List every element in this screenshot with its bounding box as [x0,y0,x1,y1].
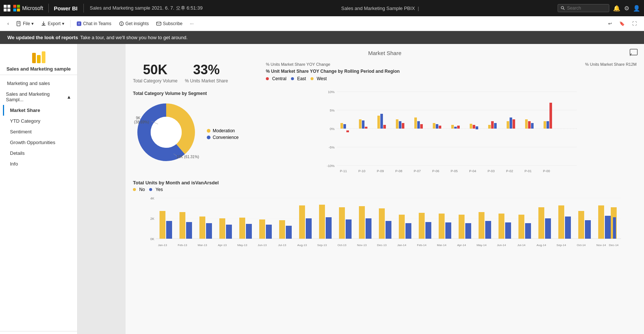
svg-text:5%: 5% [330,109,335,112]
svg-text:Sep-14: Sep-14 [556,243,566,247]
sidebar-item-ytd[interactable]: YTD Category [3,116,77,126]
svg-rect-110 [339,207,345,239]
notification-icon[interactable]: 🔔 [613,5,620,12]
svg-rect-120 [439,214,445,239]
sidebar-item-growth[interactable]: Growth Opportunities [3,137,77,148]
svg-text:15K (61.31%): 15K (61.31%) [177,155,199,159]
back-button[interactable]: ‹ [4,20,12,28]
sidebar-group-sales[interactable]: Sales and Marketing Sampl... ▲ [0,89,77,105]
legend-convenience: Convenience [207,135,239,140]
sidebar-item-details[interactable]: Details [3,148,77,159]
bookmark-button[interactable]: 🔖 [616,20,628,28]
svg-rect-132 [558,205,564,239]
undo-button[interactable]: ↩ [605,20,615,28]
chat-button[interactable]: T Chat in Teams [73,20,114,28]
svg-rect-66 [510,117,512,129]
svg-rect-52 [420,124,423,129]
svg-text:Jul-13: Jul-13 [278,243,286,247]
svg-rect-97 [206,223,212,239]
svg-text:-10%: -10% [327,164,335,168]
svg-text:P-01: P-01 [524,169,531,173]
svg-text:P-09: P-09 [377,169,384,173]
app-icon [31,50,47,66]
sidebar-item-info[interactable]: Info [3,159,77,169]
kpi-total-volume: 50K Total Category Volume [133,62,178,84]
svg-rect-71 [544,121,546,129]
svg-rect-114 [379,208,385,239]
svg-text:P-06: P-06 [432,169,439,173]
legend-west: West [311,76,327,81]
sidebar-nav: Marketing and sales Sales and Marketing … [0,75,77,172]
svg-rect-135 [585,220,591,239]
profile-icon[interactable]: 👤 [633,5,640,12]
search-input[interactable] [567,6,606,11]
svg-rect-2 [13,8,16,11]
svg-text:Feb-14: Feb-14 [417,243,427,247]
file-button[interactable]: File ▾ [13,20,37,28]
legend-east: East [291,76,306,81]
sidebar-item-market-share[interactable]: Market Share [3,105,77,116]
toolbar-sep-1 [70,20,71,27]
svg-rect-43 [365,127,367,129]
report-name: Sales and Marketing Sample PBIX | [206,6,555,11]
svg-rect-48 [399,121,401,129]
microsoft-label: Microsoft [22,5,43,11]
fullscreen-button[interactable]: ⛶ [629,20,640,28]
kpi-yoy-row: 50K Total Category Volume 33% % Units Ma… [133,62,637,174]
svg-rect-69 [528,121,531,129]
legend-central: Central [266,76,287,81]
subscribe-icon [156,21,161,26]
svg-text:-5%: -5% [329,146,335,149]
legend-yes: Yes [149,187,163,192]
svg-rect-124 [479,212,484,239]
toolbar-right-icons: ↩ 🔖 ⛶ [605,20,640,28]
svg-rect-123 [465,223,471,239]
search-box[interactable] [558,4,609,12]
main-layout: Sales and Marketing sample Marketing and… [0,44,644,334]
svg-text:P-11: P-11 [340,169,347,173]
export-button[interactable]: Export ▾ [38,20,67,28]
svg-text:Nov-14: Nov-14 [596,243,606,247]
more-button[interactable]: ··· [187,20,196,28]
sidebar-app-title: Sales and Marketing sample [6,66,71,72]
svg-rect-100 [239,218,245,239]
svg-text:Jun-14: Jun-14 [497,243,506,247]
sidebar-subitems: Market Share YTD Category Sentiment Grow… [0,105,77,169]
settings-icon[interactable]: ⚙ [624,5,629,12]
svg-rect-72 [547,121,549,129]
donut-legend: Moderation Convenience [207,128,239,140]
file-icon [16,21,21,26]
svg-rect-131 [545,218,551,239]
svg-text:Jan-14: Jan-14 [397,243,407,247]
sidebar-item-marketing[interactable]: Marketing and sales [0,78,77,89]
donut-chart: 9K (38.69%) 15K (61.31%) [133,99,199,166]
svg-rect-111 [346,219,352,239]
insights-button[interactable]: Get insights [116,20,152,28]
sidebar-item-sentiment[interactable]: Sentiment [3,126,77,137]
moderation-dot [207,129,210,133]
banner-body: Take a tour, and we'll show you how to g… [80,35,188,40]
svg-rect-41 [359,119,362,129]
svg-rect-49 [402,123,404,129]
subscribe-button[interactable]: Subscribe [153,20,185,28]
svg-text:Jan-13: Jan-13 [158,243,167,247]
insights-icon [119,21,124,26]
svg-text:P-03: P-03 [487,169,494,173]
svg-text:T: T [78,22,80,25]
svg-rect-56 [451,125,454,129]
svg-text:2K: 2K [150,217,154,221]
svg-rect-108 [319,205,325,239]
left-panel: 50K Total Category Volume 33% % Units Ma… [133,62,258,174]
yoy-headers: % Units Market Share YOY Change % Units … [266,62,637,67]
app-grid-icon[interactable] [4,5,10,11]
svg-rect-104 [279,220,285,239]
svg-rect-92 [160,211,165,239]
svg-rect-53 [433,123,435,129]
svg-rect-9 [42,25,46,25]
yoy-section: % Units Market Share YOY Change % Units … [266,62,637,174]
topbar: Microsoft Power BI Sales and Marketing s… [0,0,644,16]
legend-moderation: Moderation [207,128,239,133]
svg-rect-136 [598,205,604,239]
comment-icon[interactable] [629,48,638,59]
svg-rect-40 [346,130,349,132]
